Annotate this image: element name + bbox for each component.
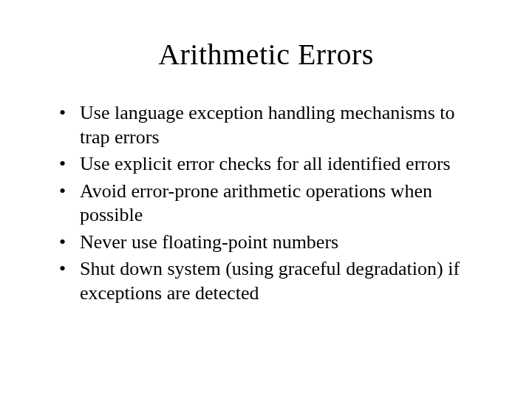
slide-title: Arithmetic Errors bbox=[44, 37, 488, 72]
list-item: Use language exception handling mechanis… bbox=[59, 101, 480, 149]
list-item: Use explicit error checks for all identi… bbox=[59, 152, 480, 177]
list-item: Avoid error-prone arithmetic operations … bbox=[59, 180, 480, 228]
bullet-list: Use language exception handling mechanis… bbox=[44, 101, 488, 305]
slide: Arithmetic Errors Use language exception… bbox=[0, 0, 532, 399]
list-item: Shut down system (using graceful degrada… bbox=[59, 257, 480, 305]
list-item: Never use floating-point numbers bbox=[59, 231, 480, 255]
